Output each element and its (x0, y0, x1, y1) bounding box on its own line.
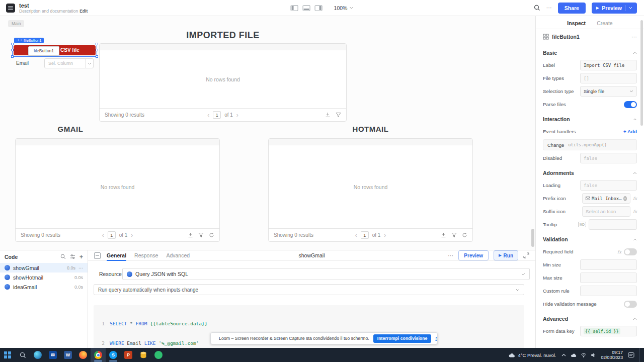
resize-handle[interactable] (96, 49, 98, 51)
search-icon[interactable] (60, 254, 66, 259)
page-number[interactable]: 1 (213, 111, 221, 119)
next-page-icon[interactable]: › (384, 232, 386, 238)
email-column-select[interactable]: Sel. Column (44, 58, 94, 68)
query-preview-button[interactable]: Preview (458, 250, 489, 260)
event-handler-change[interactable]: Change utils.openApp() (543, 139, 637, 150)
filter-icon[interactable] (198, 232, 204, 238)
imported-file-table[interactable]: No rows found Showing 0 results ‹ 1 of 1… (99, 43, 347, 122)
query-menu-icon[interactable]: ⋯ (78, 265, 83, 270)
wifi-icon[interactable] (581, 353, 587, 357)
weather-widget[interactable]: 4°C Preval. nuvol. (508, 352, 556, 358)
prev-page-icon[interactable]: ‹ (102, 232, 104, 238)
fx-icon[interactable]: fx (617, 249, 621, 254)
start-button[interactable] (0, 348, 15, 362)
search-icon[interactable] (534, 5, 540, 11)
taskbar-firefox[interactable] (75, 348, 91, 362)
prev-page-icon[interactable]: ‹ (207, 112, 209, 118)
next-page-icon[interactable]: › (131, 232, 133, 238)
tab-inspect[interactable]: Inspect (567, 20, 586, 26)
stop-sharing-button[interactable]: Interrompi condivisione (373, 334, 432, 343)
share-button[interactable]: Share (558, 3, 586, 14)
zoom-select[interactable]: 100% (334, 5, 354, 11)
filter-icon[interactable] (336, 112, 341, 118)
loading-input[interactable]: false (580, 180, 637, 191)
refresh-icon[interactable] (462, 232, 467, 238)
query-item-ideagmail[interactable]: ideaGmail 0.0s (0, 282, 88, 292)
show-desktop-button[interactable] (639, 348, 641, 362)
tab-response[interactable]: Response (134, 250, 158, 260)
more-menu-icon[interactable]: ⋯ (546, 5, 552, 11)
maxsize-input[interactable] (580, 273, 637, 283)
page-number[interactable]: 1 (361, 231, 369, 239)
taskbar-database[interactable] (136, 348, 151, 362)
taskbar-skype[interactable]: S (106, 348, 121, 362)
taskbar-mail[interactable]: ✉ (45, 348, 60, 362)
formdatakey-input[interactable]: {{ self.id }} (580, 326, 637, 336)
selectiontype-select[interactable]: Single file (580, 86, 637, 97)
clear-icon[interactable]: × (623, 196, 627, 201)
prev-page-icon[interactable]: ‹ (355, 232, 357, 238)
download-icon[interactable] (325, 112, 331, 118)
tab-advanced[interactable]: Advanced (166, 250, 190, 260)
tab-general[interactable]: General (107, 250, 126, 260)
toggle-left-panel-icon[interactable] (291, 5, 298, 11)
query-item-showhotmail[interactable]: showHotmail 0.0s (0, 273, 88, 282)
taskbar-powerpoint[interactable]: P (121, 348, 136, 362)
filetypes-input[interactable]: [] (580, 73, 637, 83)
query-options-icon[interactable]: ⋯ (448, 252, 453, 259)
customrule-input[interactable] (580, 286, 637, 296)
filter-settings-icon[interactable] (70, 254, 75, 259)
resize-handle[interactable] (11, 43, 14, 45)
taskbar-sharex[interactable] (151, 348, 166, 362)
taskbar-search[interactable] (15, 348, 30, 362)
section-interaction[interactable]: Interaction (543, 116, 637, 122)
suffixicon-input[interactable]: Select an Icon (582, 206, 630, 217)
taskbar-edge[interactable] (30, 348, 45, 362)
component-menu-icon[interactable]: ⋯ (631, 34, 637, 40)
add-event-handler-link[interactable]: + Add (623, 129, 637, 134)
section-validation[interactable]: Validation (543, 236, 637, 242)
resize-handle[interactable] (96, 43, 98, 45)
minsize-input[interactable] (580, 259, 637, 270)
expand-panel-icon[interactable] (523, 252, 529, 258)
add-query-icon[interactable]: + (79, 253, 83, 260)
tab-create[interactable]: Create (597, 20, 613, 26)
query-item-showgmail[interactable]: showGmail 0.0s ⋯ (0, 263, 88, 273)
gmail-table[interactable]: No rows found Showing 0 results ‹ 1 of 1… (15, 138, 220, 242)
run-mode-select[interactable]: Run query automatically when inputs chan… (94, 284, 524, 295)
hidevalidation-toggle[interactable] (624, 301, 637, 308)
query-run-button[interactable]: ▶ Run (494, 250, 518, 260)
tray-expand-icon[interactable] (561, 353, 566, 356)
next-page-icon[interactable]: › (236, 112, 238, 118)
resource-select[interactable]: Query JSON with SQL (122, 268, 530, 280)
hotmail-table[interactable]: No rows found Showing 0 results ‹ 1 of 1… (268, 138, 473, 242)
section-advanced[interactable]: Advanced (543, 316, 637, 322)
clock[interactable]: 09:17 02/03/2023 (601, 350, 623, 360)
label-input[interactable]: Import CSV file (580, 60, 637, 70)
toggle-right-panel-icon[interactable] (315, 5, 323, 11)
page-tab-main[interactable]: Main (8, 20, 24, 27)
taskbar-word[interactable]: W (60, 348, 75, 362)
tooltip-input[interactable] (589, 219, 637, 230)
fx-icon[interactable]: fx (633, 196, 637, 201)
section-adornments[interactable]: Adornments (543, 170, 637, 176)
parsefiles-toggle[interactable] (624, 101, 637, 108)
inspector-scrollbar[interactable] (640, 20, 643, 126)
download-icon[interactable] (188, 232, 193, 238)
filter-icon[interactable] (451, 232, 457, 238)
edit-link[interactable]: Edit (79, 9, 88, 14)
taskbar-chrome[interactable] (91, 348, 106, 362)
selected-component-tag[interactable]: ⋮⋮ fileButton1 (14, 38, 44, 43)
page-number[interactable]: 1 (108, 231, 116, 239)
notification-icon[interactable] (628, 352, 634, 358)
section-basic[interactable]: Basic (543, 50, 637, 56)
disabled-input[interactable]: false (580, 153, 637, 163)
download-icon[interactable] (441, 232, 446, 238)
refresh-icon[interactable] (209, 232, 214, 238)
selected-component-filebutton[interactable]: CSV file fileButton1 (12, 44, 97, 57)
resize-handle[interactable] (96, 55, 98, 58)
toggle-bottom-panel-icon[interactable] (303, 5, 310, 11)
required-toggle[interactable] (624, 248, 637, 255)
query-layout-icon[interactable] (94, 252, 101, 259)
onedrive-icon[interactable] (570, 353, 577, 357)
